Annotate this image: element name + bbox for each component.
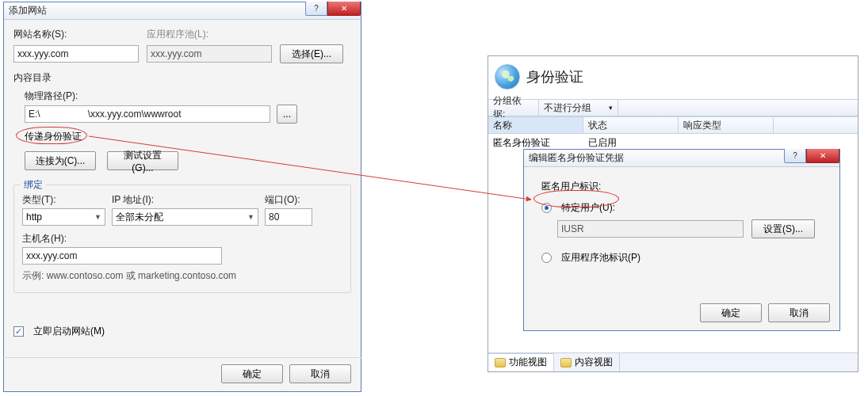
view-tabs: 功能视图 内容视图 — [488, 352, 858, 371]
test-settings-button[interactable]: 测试设置(G)... — [107, 151, 178, 170]
add-site-cancel-button[interactable]: 取消 — [289, 364, 351, 383]
type-label: 类型(T): — [22, 193, 105, 207]
passthrough-auth-label: 传递身份验证 — [25, 131, 82, 142]
start-now-checkbox[interactable]: ✓ — [13, 326, 24, 337]
site-name-input[interactable] — [13, 45, 139, 63]
binding-legend: 绑定 — [21, 178, 46, 192]
close-button[interactable]: ✕ — [327, 2, 361, 16]
content-dir-header: 内容目录 — [13, 71, 351, 85]
tab-content-view[interactable]: 内容视图 — [554, 353, 620, 371]
tab-feature-label: 功能视图 — [509, 356, 547, 369]
help-button[interactable]: ? — [784, 149, 806, 163]
help-icon: ? — [793, 151, 797, 160]
edit-anon-cancel-button[interactable]: 取消 — [768, 303, 830, 322]
host-input[interactable] — [22, 247, 222, 265]
anon-identity-label: 匿名用户标识: — [541, 180, 830, 193]
app-pool-label: 应用程序池(L): — [147, 28, 273, 41]
edit-anon-titlebar: 编辑匿名身份验证凭据 ? ✕ — [524, 150, 839, 167]
feature-view-icon — [495, 358, 506, 367]
group-by-label: 分组依据: — [488, 100, 539, 116]
type-select-value: http — [26, 211, 42, 223]
chevron-down-icon: ▾ — [609, 104, 613, 112]
ip-label: IP 地址(I): — [112, 193, 258, 207]
close-button[interactable]: ✕ — [806, 149, 839, 163]
add-site-titlebar: 添加网站 ? ✕ — [4, 2, 361, 20]
close-icon: ✕ — [341, 4, 347, 13]
close-icon: ✕ — [820, 151, 826, 160]
specific-user-label: 特定用户(U): — [561, 201, 615, 215]
host-label: 主机名(H): — [22, 232, 342, 246]
port-input[interactable] — [265, 208, 312, 226]
edit-anon-ok-button[interactable]: 确定 — [700, 303, 762, 322]
add-website-dialog: 添加网站 ? ✕ 网站名称(S): 应用程序池(L): 选择(E)... 内容目… — [3, 2, 361, 392]
row-name: 匿名身份验证 — [488, 136, 583, 150]
help-icon: ? — [314, 4, 319, 13]
col-response[interactable]: 响应类型 — [679, 117, 774, 133]
edit-anon-credentials-dialog: 编辑匿名身份验证凭据 ? ✕ 匿名用户标识: 特定用户(U): 设置(S)...… — [523, 149, 840, 331]
edit-anon-title: 编辑匿名身份验证凭据 — [524, 151, 624, 165]
ip-select[interactable]: 全部未分配 ▼ — [112, 208, 258, 226]
select-pool-button[interactable]: 选择(E)... — [280, 44, 343, 63]
add-site-ok-button[interactable]: 确定 — [221, 364, 283, 383]
tab-feature-view[interactable]: 功能视图 — [488, 352, 554, 371]
check-icon: ✓ — [15, 327, 22, 336]
tab-content-label: 内容视图 — [575, 356, 613, 369]
chevron-down-icon: ▼ — [247, 213, 254, 221]
col-status[interactable]: 状态 — [583, 117, 679, 133]
add-site-title: 添加网站 — [4, 4, 47, 17]
content-view-icon — [560, 358, 572, 367]
specific-user-radio[interactable] — [541, 203, 552, 213]
help-button[interactable]: ? — [305, 2, 327, 16]
group-by-value: 不进行分组 — [544, 101, 591, 115]
app-pool-input — [147, 45, 272, 63]
port-label: 端口(O): — [265, 193, 300, 207]
phys-path-right[interactable]: \xxx.yyy.com\wwwroot — [88, 109, 182, 120]
binding-group: 绑定 类型(T): IP 地址(I): 端口(O): http ▼ 全部未分配 … — [13, 185, 351, 293]
app-pool-identity-radio[interactable] — [541, 253, 552, 263]
chevron-down-icon: ▼ — [94, 213, 101, 221]
radio-dot-icon — [545, 206, 549, 210]
browse-path-button[interactable]: ... — [277, 105, 297, 124]
app-pool-identity-label: 应用程序池标识(P) — [561, 251, 640, 265]
set-user-button[interactable]: 设置(S)... — [751, 219, 815, 238]
site-name-label: 网站名称(S): — [13, 28, 140, 41]
ip-select-value: 全部未分配 — [116, 211, 163, 224]
phys-path-label: 物理路径(P): — [25, 89, 346, 103]
start-now-label: 立即启动网站(M) — [33, 325, 105, 338]
row-status: 已启用 — [583, 136, 679, 150]
host-example: 示例: www.contoso.com 或 marketing.contoso.… — [22, 269, 342, 283]
phys-path-left[interactable]: E:\ — [29, 109, 40, 120]
globe-icon — [495, 64, 520, 89]
specific-user-input — [557, 220, 744, 238]
auth-pane-title: 身份验证 — [526, 67, 583, 86]
group-by-select[interactable]: 不进行分组 ▾ — [539, 100, 618, 116]
col-name[interactable]: 名称 — [488, 117, 583, 133]
connect-as-button[interactable]: 连接为(C)... — [25, 151, 96, 170]
type-select[interactable]: http ▼ — [22, 208, 105, 226]
